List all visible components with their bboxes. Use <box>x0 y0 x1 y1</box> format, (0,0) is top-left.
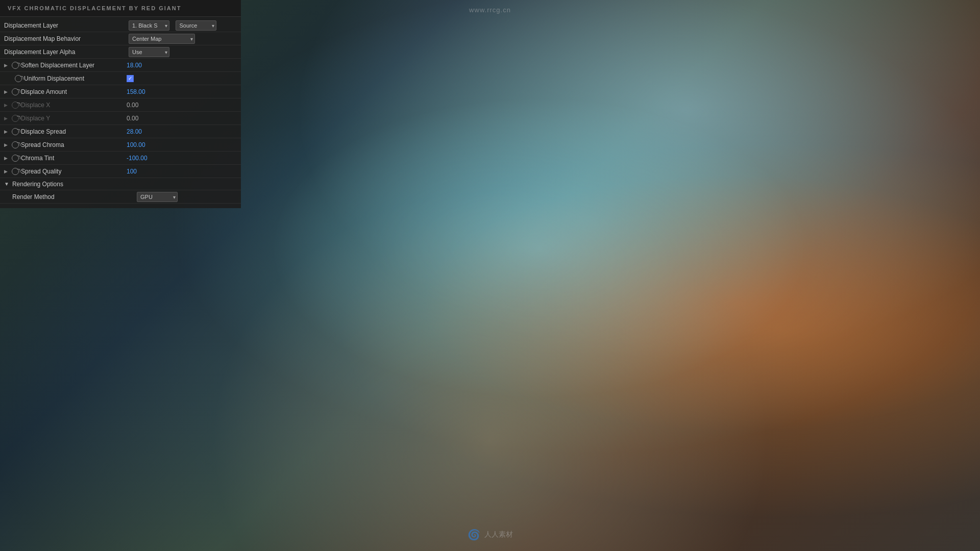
rendering-options-label: Rendering Options <box>12 181 63 188</box>
displacement-map-behavior-label: Displacement Map Behavior <box>4 35 127 42</box>
uniform-displacement-checkbox[interactable]: ✓ <box>127 75 134 82</box>
chroma-tint-value[interactable]: -100.00 <box>127 155 237 162</box>
displacement-layer-dropdown2-wrap[interactable]: Source <box>176 20 216 31</box>
displacement-layer-alpha-dropdown[interactable]: Use <box>129 47 169 57</box>
uniform-icon[interactable] <box>15 75 22 82</box>
displace-spread-icon[interactable] <box>12 128 19 135</box>
spread-quality-expand[interactable]: ▶ <box>4 169 8 174</box>
soften-expand-arrow[interactable]: ▶ <box>4 63 8 68</box>
render-method-wrap[interactable]: GPU CPU <box>137 192 178 202</box>
soften-icon[interactable] <box>12 62 19 69</box>
displacement-layer-dropdown1-wrap[interactable]: 1. Black S <box>129 20 169 31</box>
displace-amount-label: ▶ Displace Amount <box>4 88 127 95</box>
spread-quality-icon[interactable] <box>12 168 19 175</box>
displace-y-expand[interactable]: ▶ <box>4 116 8 121</box>
spread-quality-label: ▶ Spread Quality <box>4 168 127 175</box>
displacement-layer-dropdown1[interactable]: 1. Black S <box>129 20 169 31</box>
soften-displacement-layer-label: ▶ Soften Displacement Layer <box>4 62 127 69</box>
spread-quality-value[interactable]: 100 <box>127 168 237 175</box>
displace-spread-label: ▶ Displace Spread <box>4 128 127 135</box>
row-spread-quality[interactable]: ▶ Spread Quality 100 <box>0 165 241 178</box>
displace-x-expand[interactable]: ▶ <box>4 103 8 108</box>
panel-content: Displacement Layer 1. Black S Source Dis… <box>0 17 241 206</box>
displacement-layer-label: Displacement Layer <box>4 22 127 29</box>
row-displacement-layer-alpha: Displacement Layer Alpha Use <box>0 45 241 59</box>
rendering-options-arrow: ▼ <box>4 181 9 187</box>
displace-x-icon[interactable] <box>12 102 19 109</box>
row-displace-y[interactable]: ▶ Displace Y 0.00 <box>0 112 241 125</box>
displace-amount-icon[interactable] <box>12 88 19 95</box>
displacement-map-behavior-wrap[interactable]: Center Map <box>129 34 195 44</box>
spread-chroma-expand[interactable]: ▶ <box>4 142 8 147</box>
spread-chroma-icon[interactable] <box>12 141 19 148</box>
displacement-layer-alpha-wrap[interactable]: Use <box>129 47 169 57</box>
row-displace-spread[interactable]: ▶ Displace Spread 28.00 <box>0 125 241 138</box>
chroma-tint-icon[interactable] <box>12 155 19 162</box>
rendering-options-header[interactable]: ▼ Rendering Options <box>0 178 241 190</box>
spread-chroma-value[interactable]: 100.00 <box>127 141 237 148</box>
displace-y-label: ▶ Displace Y <box>4 115 127 122</box>
row-spread-chroma[interactable]: ▶ Spread Chroma 100.00 <box>0 138 241 152</box>
row-uniform-displacement[interactable]: Uniform Displacement ✓ <box>0 72 241 85</box>
chroma-tint-label: ▶ Chroma Tint <box>4 155 127 162</box>
chroma-tint-expand[interactable]: ▶ <box>4 156 8 161</box>
displace-x-label: ▶ Displace X <box>4 102 127 109</box>
row-displacement-layer: Displacement Layer 1. Black S Source <box>0 19 241 32</box>
displacement-map-behavior-dropdown[interactable]: Center Map <box>129 34 195 44</box>
displace-spread-value[interactable]: 28.00 <box>127 128 237 135</box>
uniform-displacement-label: Uniform Displacement <box>4 75 127 82</box>
displace-y-value[interactable]: 0.00 <box>127 115 237 122</box>
displace-y-icon[interactable] <box>12 115 19 122</box>
row-displace-x[interactable]: ▶ Displace X 0.00 <box>0 98 241 112</box>
displace-spread-expand[interactable]: ▶ <box>4 129 8 134</box>
displacement-layer-dropdown2[interactable]: Source <box>176 20 216 31</box>
render-method-label: Render Method <box>12 193 135 201</box>
row-displace-amount[interactable]: ▶ Displace Amount 158.00 <box>0 85 241 98</box>
row-displacement-map-behavior: Displacement Map Behavior Center Map <box>0 32 241 45</box>
soften-displacement-value[interactable]: 18.00 <box>127 62 237 69</box>
row-render-method: Render Method GPU CPU <box>0 190 241 204</box>
displacement-layer-alpha-label: Displacement Layer Alpha <box>4 48 127 56</box>
spread-chroma-label: ▶ Spread Chroma <box>4 141 127 148</box>
effects-panel: VFX CHROMATIC DISPLACEMENT BY RED GIANT … <box>0 0 241 208</box>
displace-x-value[interactable]: 0.00 <box>127 102 237 109</box>
panel-title: VFX CHROMATIC DISPLACEMENT BY RED GIANT <box>0 0 241 17</box>
row-chroma-tint[interactable]: ▶ Chroma Tint -100.00 <box>0 152 241 165</box>
row-soften-displacement-layer[interactable]: ▶ Soften Displacement Layer 18.00 <box>0 59 241 72</box>
render-method-dropdown[interactable]: GPU CPU <box>137 192 178 202</box>
displace-amount-expand[interactable]: ▶ <box>4 89 8 94</box>
displace-amount-value[interactable]: 158.00 <box>127 88 237 95</box>
